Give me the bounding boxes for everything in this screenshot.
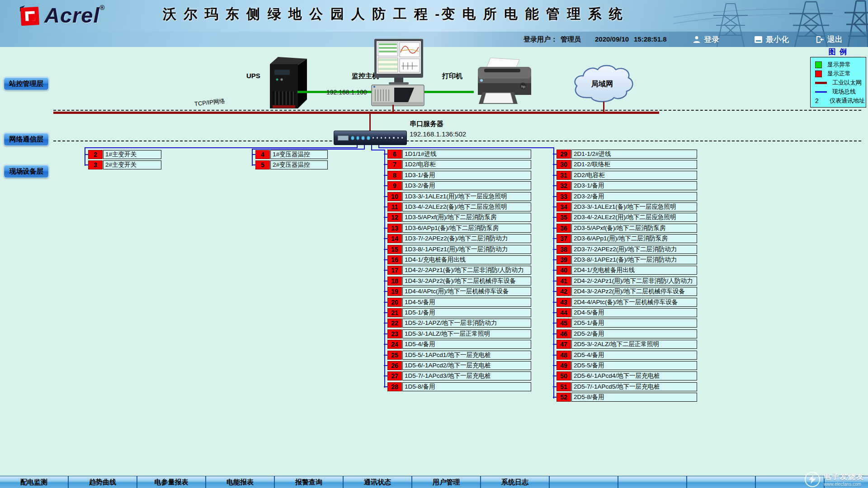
layer-button-station-control[interactable]: 站控管理层	[4, 77, 49, 90]
device-item[interactable]: 412D4-2/-2APz1(用)/地下二层非消防/人防动力	[557, 277, 697, 286]
minimize-icon	[754, 36, 763, 43]
device-item[interactable]: 271D5-7/-1APcd3/地下一层充电桩	[387, 371, 531, 381]
device-item[interactable]: 281D5-8/备用	[387, 382, 531, 392]
device-item[interactable]: 111D3-4/-2ALEz2(备)/地下二层应急照明	[387, 202, 531, 212]
bus-stub	[384, 344, 387, 345]
device-label: 1D3-7/-2APEz2(备)/地下二层消防动力	[402, 234, 531, 243]
device-item[interactable]: 141D3-7/-2APEz2(备)/地下二层消防动力	[387, 234, 531, 244]
server-led	[385, 137, 386, 139]
device-item[interactable]: 52#变压器温控	[255, 160, 328, 170]
device-label: 1D1/1#进线	[402, 150, 531, 159]
device-item[interactable]: 492D5-5/备用	[557, 361, 697, 371]
menu-button-2[interactable]: 趋势曲线	[69, 476, 137, 488]
device-item[interactable]: 171D4-2/-2APz1(备)/地下二层非消防/人防动力	[387, 266, 531, 275]
device-item[interactable]: 221D5-2/-1APZ/地下一层非消防动力	[387, 319, 531, 328]
device-item[interactable]: 211D5-1/备用	[387, 308, 531, 318]
device-item[interactable]: 41#变压器温控	[255, 150, 328, 160]
device-item[interactable]: 372D3-6/APp1(用)/地下二层消防泵房	[557, 234, 697, 244]
menu-button-3[interactable]: 电参量报表	[137, 476, 206, 488]
device-item[interactable]: 181D4-3/-2APz2(备)/地下二层机械停车设备	[387, 277, 531, 286]
device-item[interactable]: 472D5-3/-2ALZ/地下二层正常照明	[557, 340, 697, 349]
device-address-badge: 27	[387, 371, 402, 380]
ups-label: UPS	[246, 72, 260, 80]
bus-stub	[553, 270, 557, 271]
legend-label: 显示正常	[827, 70, 851, 78]
exit-button[interactable]: 退出	[816, 33, 843, 45]
device-item[interactable]: 71D2/电容柜	[387, 160, 531, 169]
device-address-badge: 48	[557, 351, 571, 360]
device-item[interactable]: 422D4-3/-2APz2(用)/地下二层机械停车设备	[557, 287, 697, 296]
fieldbus-wire	[371, 150, 385, 150]
menu-empty-cell	[618, 476, 687, 488]
legend-item: 显示正常	[815, 69, 866, 78]
menu-button-7[interactable]: 用户管理	[412, 476, 481, 488]
device-item[interactable]: 322D3-1/备用	[557, 181, 697, 191]
device-address-badge: 26	[387, 361, 402, 370]
device-item[interactable]: 91D3-2/备用	[387, 181, 531, 191]
device-address-badge: 19	[387, 287, 402, 296]
device-address-badge: 39	[557, 255, 571, 264]
device-item[interactable]: 462D5-2/备用	[557, 329, 697, 339]
device-item[interactable]: 302D1-2/联络柜	[557, 160, 697, 169]
device-address-badge: 23	[387, 329, 402, 338]
device-item[interactable]: 151D3-8/-1APEz1(用)/地下一层消防动力	[387, 245, 531, 254]
menu-button-8[interactable]: 系统日志	[481, 476, 550, 488]
bus-stub	[252, 164, 255, 165]
device-item[interactable]: 231D5-3/-1ALZ/地下一层正常照明	[387, 329, 531, 339]
device-item[interactable]: 352D3-4/-2ALEz2(用)/地下二层应急照明	[557, 213, 697, 222]
login-button[interactable]: 登录	[693, 33, 719, 45]
menu-button-4[interactable]: 电能报表	[206, 476, 275, 488]
device-item[interactable]: 61D1/1#进线	[387, 150, 531, 159]
host-ip: 192.168.1.100	[326, 89, 367, 96]
device-item[interactable]: 502D5-6/-1APcd4/地下一层充电桩	[557, 371, 697, 381]
device-item[interactable]: 332D3-2/备用	[557, 192, 697, 202]
device-item[interactable]: 312D2/电容柜	[557, 171, 697, 180]
device-label: 1#变压器温控	[270, 150, 328, 159]
bus-stub	[553, 154, 557, 155]
layer-button-network-comm[interactable]: 网络通信层	[4, 132, 49, 146]
device-item[interactable]: 241D5-4/备用	[387, 340, 531, 349]
device-item[interactable]: 402D4-1/充电桩备用出线	[557, 266, 697, 275]
device-item[interactable]: 522D5-8/备用	[557, 393, 697, 402]
device-item[interactable]: 121D3-5/APxf(用)/地下二层消防泵房	[387, 213, 531, 222]
bus-stub	[384, 259, 387, 260]
device-address-badge: 29	[557, 150, 571, 159]
current-time: 15:28:51.8	[634, 35, 667, 43]
device-item[interactable]: 482D5-4/备用	[557, 351, 697, 360]
legend-item: 工业以太网	[815, 78, 866, 87]
device-item[interactable]: 101D3-3/-1ALEz1(用)/地下一层应急照明	[387, 192, 531, 202]
layer-button-field-device[interactable]: 现场设备层	[4, 164, 49, 178]
device-label: 2D4-4/APtc(备)/地下一层机械停车设备	[571, 298, 697, 307]
device-item[interactable]: 362D3-5/APxf(备)/地下二层消防泵房	[557, 224, 697, 233]
printer-label: 打印机	[442, 72, 462, 80]
bus-stub	[553, 164, 557, 165]
device-item[interactable]: 81D3-1/备用	[387, 171, 531, 180]
device-item[interactable]: 382D3-7/-2APEz2(用)/地下二层消防动力	[557, 245, 697, 254]
device-item[interactable]: 161D4-1/充电桩备用出线	[387, 255, 531, 265]
menu-button-1[interactable]: 配电监测	[0, 476, 69, 488]
device-item[interactable]: 512D5-7/-1APcd5/地下一层充电桩	[557, 382, 697, 392]
ethernet-backbone	[53, 112, 659, 114]
server-led	[367, 136, 370, 140]
minimize-button-label: 最小化	[766, 34, 789, 45]
device-item[interactable]: 452D5-1/备用	[557, 319, 697, 328]
device-item[interactable]: 201D4-5/备用	[387, 298, 531, 307]
bus-stub	[384, 291, 387, 292]
device-item[interactable]: 261D5-6/-1APcd2/地下一层充电桩	[387, 361, 531, 371]
device-item[interactable]: 251D5-5/-1APcd1/地下一层充电桩	[387, 351, 531, 360]
minimize-button[interactable]: 最小化	[754, 33, 789, 45]
device-item[interactable]: 131D3-6/APp1(备)/地下二层消防泵房	[387, 224, 531, 233]
legend-swatch	[815, 61, 822, 68]
device-item[interactable]: 342D3-3/-1ALEz1(备)/地下一层应急照明	[557, 202, 697, 212]
device-item[interactable]: 432D4-4/APtc(备)/地下一层机械停车设备	[557, 298, 697, 307]
device-item[interactable]: 292D1-1/2#进线	[557, 150, 697, 159]
device-item[interactable]: 32#主变开关	[88, 160, 161, 170]
device-item[interactable]: 191D4-4/APtc(用)/地下一层机械停车设备	[387, 287, 531, 296]
device-item[interactable]: 392D3-8/-1APEz1(备)/地下一层消防动力	[557, 255, 697, 265]
device-item[interactable]: 442D4-5/备用	[557, 308, 697, 318]
device-item[interactable]: 21#主变开关	[88, 150, 161, 160]
menu-button-5[interactable]: 报警查询	[275, 476, 344, 488]
user-icon	[693, 35, 701, 43]
menu-button-6[interactable]: 通讯状态	[344, 476, 412, 488]
bus-stub	[553, 259, 557, 260]
